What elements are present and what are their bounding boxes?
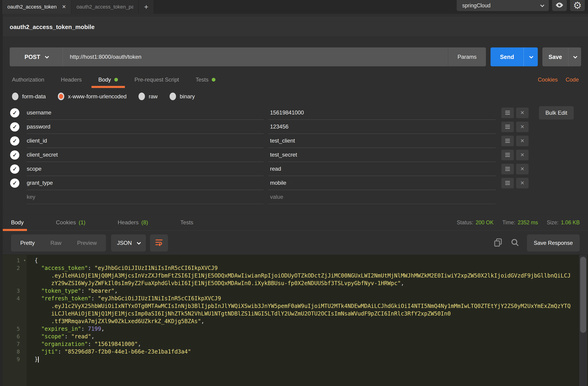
param-drag-handle[interactable] — [501, 150, 514, 160]
radio-icon[interactable] — [12, 93, 19, 100]
wrap-lines-button[interactable] — [150, 234, 168, 251]
param-remove-button[interactable]: ✕ — [516, 150, 528, 160]
tab-pre-request-script[interactable]: Pre-request Script — [135, 77, 179, 83]
request-tab-inactive[interactable]: oauth2_access_token_passv — [71, 0, 139, 14]
response-tab-headers[interactable]: Headers (8) — [118, 219, 148, 226]
bulk-edit-button[interactable]: Bulk Edit — [539, 106, 574, 120]
send-options-button[interactable] — [524, 47, 538, 66]
code-text: zY29wZSI6WyJyZWFkIl0sIm9yZ2FuaXphdGlvbiI… — [27, 280, 404, 287]
code-link[interactable]: Code — [566, 77, 579, 83]
code-line: 2 "access_token": "eyJhbGciOiJIUzI1NiIsI… — [3, 264, 588, 272]
param-key-field[interactable]: key — [27, 190, 264, 204]
param-value-field[interactable]: test_client — [268, 134, 496, 148]
mode-binary[interactable]: binary — [169, 93, 195, 100]
param-value-field[interactable]: mobile — [268, 176, 496, 190]
save-button[interactable]: Save — [542, 47, 568, 66]
tab-headers[interactable]: Headers — [61, 77, 82, 83]
param-checkbox[interactable]: ✓ — [3, 176, 27, 190]
param-drag-handle[interactable] — [501, 164, 514, 174]
format-select[interactable]: JSON — [111, 234, 146, 251]
copy-button[interactable] — [493, 238, 503, 248]
param-value-field[interactable]: read — [268, 162, 496, 176]
param-key-field[interactable]: grant_type — [27, 176, 264, 190]
param-key-field[interactable]: scope — [27, 162, 264, 176]
request-tab-label: oauth2_access_token_passv — [77, 4, 133, 10]
param-key-field[interactable]: password — [27, 120, 264, 134]
response-tab-tests[interactable]: Tests — [180, 219, 193, 226]
code-lines: 1▾{2 "access_token": "eyJhbGciOiJIUzI1Ni… — [3, 255, 588, 363]
tab-tests[interactable]: Tests — [196, 77, 215, 83]
radio-selected-icon[interactable] — [58, 93, 64, 100]
send-button[interactable]: Send — [491, 47, 524, 66]
response-tab-cookies[interactable]: Cookies (1) — [56, 219, 85, 226]
code-line: 6 "scope": "read", — [3, 333, 588, 340]
param-key-field[interactable]: client_id — [27, 134, 264, 148]
mode-label: raw — [149, 93, 158, 100]
param-actions: ✕ — [501, 134, 528, 148]
tab-body[interactable]: Body — [98, 77, 118, 83]
param-remove-button[interactable]: ✕ — [516, 136, 528, 146]
mode-label: form-data — [22, 93, 46, 100]
mode-raw[interactable]: raw — [138, 93, 158, 100]
method-select[interactable]: POST — [10, 47, 63, 66]
mode-form-data[interactable]: form-data — [12, 93, 46, 100]
param-remove-button[interactable]: ✕ — [516, 164, 528, 174]
save-options-button[interactable] — [568, 47, 581, 66]
line-number: 6 — [3, 333, 27, 340]
view-pretty[interactable]: Pretty — [12, 240, 43, 246]
url-input[interactable]: http://host1:8000/oauth/token — [63, 47, 448, 66]
check-icon: ✓ — [12, 138, 17, 144]
param-remove-button[interactable]: ✕ — [516, 122, 528, 132]
settings-button[interactable]: ⚙ — [570, 0, 585, 11]
param-key-field[interactable]: username — [27, 106, 264, 120]
code-text: { — [27, 257, 38, 264]
cookies-link[interactable]: Cookies — [538, 77, 558, 83]
code-text: "jti": "85296d87-f2b0-44e1-b66e-23e1ba1f… — [27, 348, 191, 356]
save-response-button[interactable]: Save Response — [527, 234, 580, 251]
search-button[interactable] — [510, 238, 520, 248]
response-tab-body[interactable]: Body — [11, 219, 24, 226]
param-remove-button[interactable]: ✕ — [516, 178, 528, 188]
environment-name: springCloud — [462, 2, 491, 9]
check-icon: ✓ — [12, 124, 17, 130]
environment-select[interactable]: springCloud — [457, 0, 549, 11]
param-checkbox[interactable]: ✓ — [3, 162, 27, 176]
param-remove-button[interactable]: ✕ — [516, 108, 528, 118]
param-checkbox[interactable]: ✓ — [3, 120, 27, 134]
mode-x-www-form-urlencoded[interactable]: x-www-form-urlencoded — [58, 93, 127, 100]
param-checkbox[interactable]: ✓ — [3, 134, 27, 148]
green-dot-icon — [114, 78, 118, 81]
param-actions: ✕ — [501, 148, 528, 162]
text-cursor — [38, 357, 39, 363]
param-drag-handle[interactable] — [501, 122, 514, 132]
close-icon: ✕ — [520, 124, 525, 130]
param-value-field[interactable]: test_secret — [268, 148, 496, 162]
radio-icon[interactable] — [138, 93, 145, 100]
line-number: 9 — [3, 356, 27, 363]
param-value-field[interactable]: value — [268, 190, 496, 204]
tab-label: Headers — [61, 77, 82, 83]
status-badge: 200 OK — [476, 220, 494, 226]
params-button[interactable]: Params — [448, 47, 486, 66]
response-body-viewer[interactable]: 1▾{2 "access_token": "eyJhbGciOiJIUzI1Ni… — [3, 255, 588, 386]
code-text: "expires_in": 7199, — [27, 325, 104, 333]
param-value-field[interactable]: 15619841000 — [268, 106, 496, 120]
param-key-field[interactable]: client_secret — [27, 148, 264, 162]
param-drag-handle[interactable] — [501, 136, 514, 146]
fold-caret-icon[interactable]: ▾ — [23, 257, 26, 264]
scrollbar-thumb[interactable] — [580, 257, 586, 333]
param-checkbox[interactable]: ✓ — [3, 148, 27, 162]
environment-preview-button[interactable] — [552, 0, 567, 11]
view-raw[interactable]: Raw — [43, 240, 69, 246]
new-tab-button[interactable]: + — [139, 0, 154, 14]
param-drag-handle[interactable] — [501, 108, 514, 118]
param-value-field[interactable]: 123456 — [268, 120, 496, 134]
scrollbar-track[interactable] — [579, 255, 587, 386]
param-drag-handle[interactable] — [501, 178, 514, 188]
request-tab-active[interactable]: oauth2_access_token_ ✕ — [2, 0, 71, 14]
close-icon[interactable]: ✕ — [62, 4, 66, 10]
param-checkbox[interactable]: ✓ — [3, 106, 27, 120]
tab-authorization[interactable]: Authorization — [12, 77, 44, 83]
radio-icon[interactable] — [169, 93, 176, 100]
view-preview[interactable]: Preview — [69, 240, 105, 246]
